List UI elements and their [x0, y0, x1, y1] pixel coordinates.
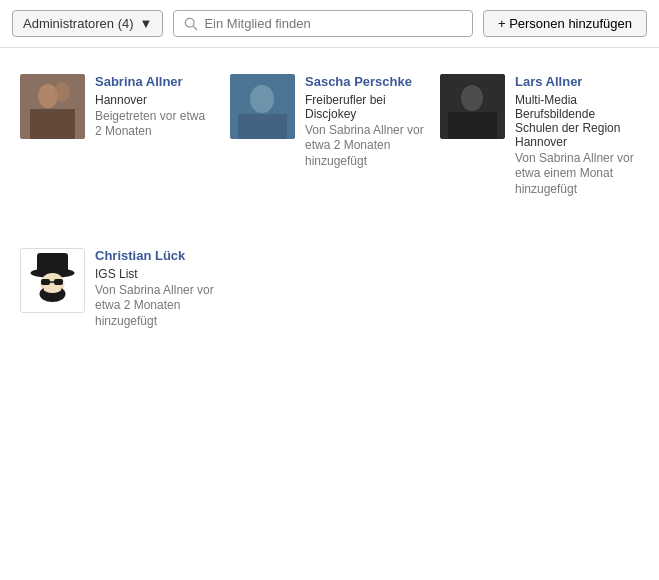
member-name[interactable]: Christian Lück — [95, 248, 214, 265]
search-icon — [184, 17, 198, 31]
svg-rect-16 — [37, 253, 68, 273]
member-location: Freiberufler bei Discjokey — [305, 93, 424, 121]
svg-rect-19 — [54, 279, 63, 285]
member-card: Lars Allner Multi-Media Berufsbildende S… — [432, 64, 642, 208]
avatar — [230, 74, 295, 139]
add-button-label: + Personen hinzufügen — [498, 16, 632, 31]
avatar — [20, 248, 85, 313]
member-card: Sabrina Allner Hannover Beigetreten vor … — [12, 64, 222, 208]
svg-line-1 — [194, 26, 198, 30]
svg-rect-18 — [41, 279, 50, 285]
svg-rect-13 — [440, 74, 505, 139]
svg-point-5 — [54, 82, 70, 102]
admin-dropdown[interactable]: Administratoren (4) ▼ — [12, 10, 163, 37]
member-info: Lars Allner Multi-Media Berufsbildende S… — [515, 74, 634, 198]
svg-rect-4 — [30, 109, 75, 139]
member-location: Multi-Media Berufsbildende Schulen der R… — [515, 93, 634, 149]
svg-rect-9 — [230, 74, 295, 139]
member-info: Sascha Perschke Freiberufler bei Discjok… — [305, 74, 424, 170]
member-name[interactable]: Sabrina Allner — [95, 74, 214, 91]
avatar — [440, 74, 505, 139]
member-added: Beigetreten vor etwa 2 Monaten — [95, 109, 214, 140]
dropdown-label: Administratoren (4) — [23, 16, 134, 31]
member-added: Von Sabrina Allner vor etwa einem Monat … — [515, 151, 634, 198]
chevron-down-icon: ▼ — [140, 16, 153, 31]
member-added: Von Sabrina Allner vor etwa 2 Monaten hi… — [305, 123, 424, 170]
member-name[interactable]: Lars Allner — [515, 74, 634, 91]
member-card: Christian Lück IGS List Von Sabrina Alln… — [12, 238, 222, 340]
member-added: Von Sabrina Allner vor etwa 2 Monaten hi… — [95, 283, 214, 330]
christian-avatar-icon — [21, 249, 84, 312]
member-name[interactable]: Sascha Perschke — [305, 74, 424, 91]
avatar — [20, 74, 85, 139]
top-bar: Administratoren (4) ▼ + Personen hinzufü… — [0, 0, 659, 48]
svg-point-23 — [44, 285, 62, 293]
member-card: Sascha Perschke Freiberufler bei Discjok… — [222, 64, 432, 208]
search-box[interactable] — [173, 10, 473, 37]
member-info: Christian Lück IGS List Von Sabrina Alln… — [95, 248, 214, 330]
spacer — [12, 208, 647, 238]
members-grid: Sabrina Allner Hannover Beigetreten vor … — [0, 48, 659, 355]
add-persons-button[interactable]: + Personen hinzufügen — [483, 10, 647, 37]
member-location: IGS List — [95, 267, 214, 281]
member-location: Hannover — [95, 93, 214, 107]
search-input[interactable] — [204, 16, 462, 31]
svg-point-0 — [186, 18, 195, 27]
member-info: Sabrina Allner Hannover Beigetreten vor … — [95, 74, 214, 140]
